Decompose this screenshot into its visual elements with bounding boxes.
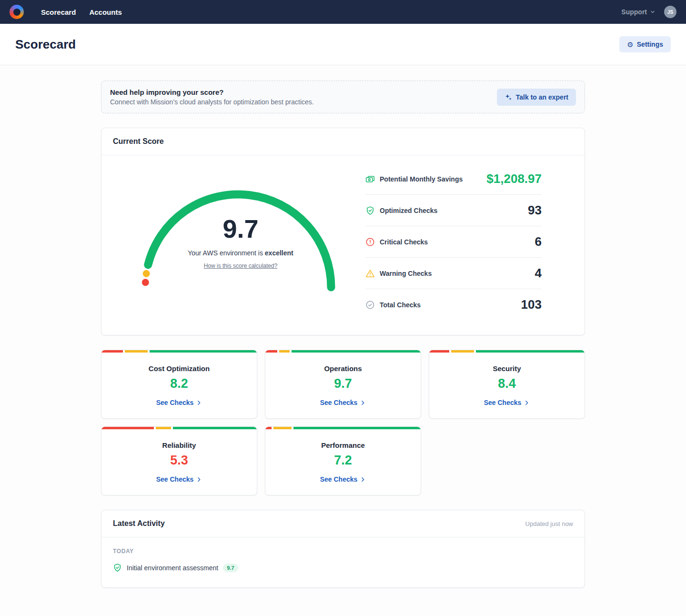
stat-row-optimized: Optimized Checks 93 (365, 195, 542, 226)
score-value: 9.7 (136, 216, 345, 242)
activity-item: Initial environment assessment 9.7 (113, 563, 573, 572)
stat-left: Critical Checks (365, 237, 428, 247)
category-card-reliability: Reliability 5.3 See Checks (101, 426, 257, 495)
current-score-title: Current Score (113, 137, 164, 146)
top-navbar: Scorecard Accounts Support JS (0, 0, 686, 24)
nav-item-scorecard[interactable]: Scorecard (41, 8, 76, 16)
stat-label: Warning Checks (380, 270, 432, 277)
nav-item-accounts[interactable]: Accounts (89, 8, 121, 16)
chevron-right-icon (196, 400, 202, 406)
see-checks-label: See Checks (320, 399, 358, 406)
stat-value-warning: 4 (535, 266, 542, 281)
app-logo-inner (13, 9, 20, 16)
stat-row-critical: Critical Checks 6 (365, 226, 542, 258)
chevron-right-icon (360, 400, 366, 406)
help-banner-text: Need help improving your score? Connect … (110, 88, 314, 106)
see-checks-link[interactable]: See Checks (320, 399, 366, 406)
bar-yellow-segment (451, 350, 474, 353)
see-checks-label: See Checks (484, 399, 522, 406)
gear-icon: ⚙ (627, 41, 633, 48)
category-grid: Cost Optimization 8.2 See Checks Operati… (101, 350, 585, 495)
latest-activity-header: Latest Activity Updated just now (101, 510, 585, 537)
category-card-operations: Operations 9.7 See Checks (265, 350, 421, 419)
stat-row-total: Total Checks 103 (365, 289, 542, 314)
cash-icon (365, 174, 375, 184)
score-calculation-link[interactable]: How is this score calculated? (204, 263, 278, 269)
category-score-bar (265, 350, 421, 353)
score-description-prefix: Your AWS environment is (188, 249, 265, 257)
category-score: 5.3 (111, 453, 247, 468)
latest-activity-body: TODAY Initial environment assessment 9.7 (101, 537, 585, 587)
stat-value-savings: $1,208.97 (486, 172, 542, 186)
see-checks-label: See Checks (320, 475, 358, 483)
bar-red-segment (101, 350, 123, 353)
main-content: Need help improving your score? Connect … (101, 81, 585, 588)
nav-left: Scorecard Accounts (10, 5, 122, 19)
category-score: 8.2 (111, 376, 247, 391)
score-gauge: 9.7 Your AWS environment is excellent Ho… (136, 182, 345, 302)
check-circle-icon (365, 300, 375, 310)
avatar[interactable]: JS (664, 6, 676, 18)
stat-left: Warning Checks (365, 269, 432, 278)
support-menu[interactable]: Support (621, 8, 656, 16)
category-score-bar (101, 427, 257, 429)
see-checks-label: See Checks (156, 399, 194, 406)
score-description-emphasis: excellent (265, 249, 293, 257)
category-card-security: Security 8.4 See Checks (429, 350, 585, 419)
stat-label: Total Checks (380, 301, 421, 309)
see-checks-label: See Checks (156, 475, 194, 483)
updated-timestamp: Updated just now (525, 520, 573, 527)
category-card-cost-optimization: Cost Optimization 8.2 See Checks (101, 350, 257, 419)
stat-left: Optimized Checks (365, 206, 437, 215)
bar-green-segment (150, 350, 257, 353)
bar-green-segment (173, 427, 257, 429)
app-logo-icon (10, 5, 24, 19)
category-name: Operations (275, 364, 411, 373)
nav-right: Support JS (621, 6, 676, 18)
help-banner-subtitle: Connect with Mission’s cloud analysts fo… (110, 98, 314, 106)
bar-red-segment (265, 427, 272, 429)
category-name: Cost Optimization (111, 364, 247, 373)
score-stats-list: Potential Monthly Savings $1,208.97 Opti… (365, 170, 542, 314)
settings-label: Settings (637, 40, 663, 48)
stat-label: Potential Monthly Savings (380, 175, 463, 183)
see-checks-link[interactable]: See Checks (484, 399, 530, 406)
settings-button[interactable]: ⚙ Settings (619, 36, 671, 52)
category-score: 8.4 (439, 376, 575, 391)
alert-circle-icon (365, 237, 375, 247)
stat-value-total: 103 (521, 297, 542, 312)
current-score-body: 9.7 Your AWS environment is excellent Ho… (101, 155, 585, 335)
sparkle-icon (504, 93, 512, 101)
latest-activity-title: Latest Activity (113, 519, 165, 528)
see-checks-link[interactable]: See Checks (156, 475, 202, 483)
bar-green-segment (293, 427, 421, 429)
talk-to-expert-button[interactable]: Talk to an expert (497, 89, 576, 106)
chevron-down-icon (650, 9, 656, 15)
help-banner-title: Need help improving your score? (110, 88, 314, 96)
latest-activity-card: Latest Activity Updated just now TODAY I… (101, 510, 585, 588)
stat-value-optimized: 93 (528, 203, 542, 218)
current-score-card: Current Score 9.7 Your AWS environment i… (101, 128, 585, 335)
chevron-right-icon (360, 476, 366, 483)
bar-green-segment (292, 350, 421, 353)
score-gauge-wrap: 9.7 Your AWS environment is excellent Ho… (116, 182, 365, 302)
shield-check-icon (113, 563, 122, 572)
support-label: Support (621, 8, 647, 16)
bar-red-segment (429, 350, 449, 353)
gauge-yellow-segment (143, 270, 150, 277)
score-description: Your AWS environment is excellent (136, 249, 345, 257)
category-score: 9.7 (275, 376, 411, 391)
see-checks-link[interactable]: See Checks (156, 399, 202, 406)
bar-red-segment (101, 427, 154, 429)
talk-to-expert-label: Talk to an expert (516, 93, 568, 101)
gauge-red-segment (142, 279, 149, 286)
page-header: Scorecard ⚙ Settings (0, 24, 686, 65)
stat-left: Potential Monthly Savings (365, 174, 463, 184)
category-name: Security (439, 364, 575, 373)
bar-red-segment (265, 350, 277, 353)
stat-row-savings: Potential Monthly Savings $1,208.97 (365, 170, 542, 195)
bar-yellow-segment (279, 350, 290, 353)
category-score-bar (265, 427, 421, 429)
category-name: Reliability (111, 441, 247, 449)
see-checks-link[interactable]: See Checks (320, 475, 366, 483)
